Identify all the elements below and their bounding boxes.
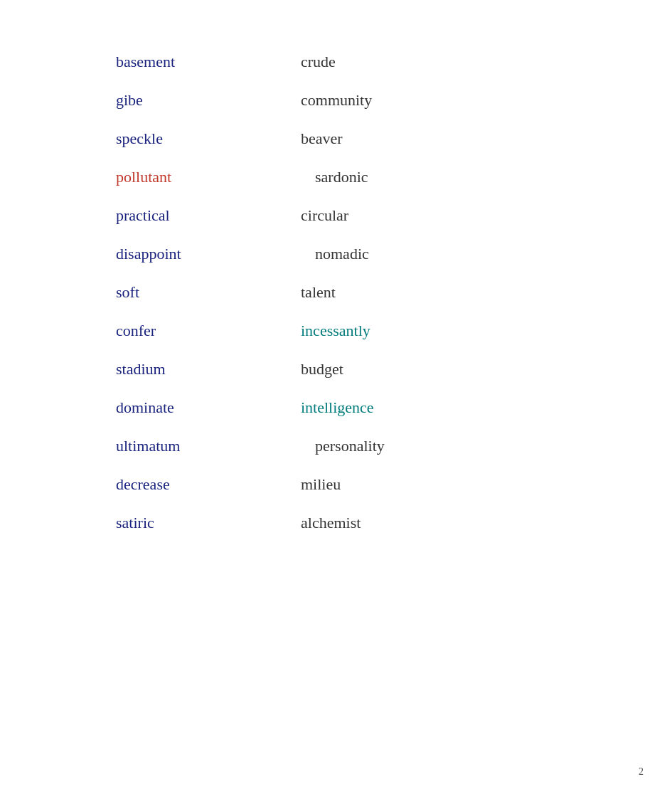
word-left-5: disappoint <box>116 245 301 263</box>
word-left-11: decrease <box>116 475 301 494</box>
word-right-5: nomadic <box>301 245 369 263</box>
word-right-4: circular <box>301 206 348 225</box>
word-left-2: speckle <box>116 129 301 148</box>
word-left-7: confer <box>116 322 301 340</box>
word-row: stadiumbudget <box>116 350 672 388</box>
word-right-1: community <box>301 91 372 110</box>
word-right-3: sardonic <box>301 168 368 186</box>
word-row: conferincessantly <box>116 312 672 350</box>
word-left-3: pollutant <box>116 168 301 186</box>
word-row: pollutantsardonic <box>116 158 672 196</box>
word-right-0: crude <box>301 53 336 71</box>
word-right-10: personality <box>301 437 385 455</box>
word-right-8: budget <box>301 360 343 379</box>
word-row: softtalent <box>116 273 672 312</box>
word-right-11: milieu <box>301 475 341 494</box>
word-left-9: dominate <box>116 398 301 417</box>
word-row: gibecommunity <box>116 81 672 120</box>
word-left-8: stadium <box>116 360 301 379</box>
word-row: practicalcircular <box>116 196 672 235</box>
word-left-6: soft <box>116 283 301 302</box>
word-right-9: intelligence <box>301 398 374 417</box>
word-left-0: basement <box>116 53 301 71</box>
word-right-7: incessantly <box>301 322 370 340</box>
page: basementcrudegibecommunityspecklebeaverp… <box>0 0 672 799</box>
page-number: 2 <box>639 766 644 778</box>
word-row: dominateintelligence <box>116 388 672 427</box>
word-row: ultimatumpersonality <box>116 427 672 465</box>
word-row: satiricalchemist <box>116 504 672 542</box>
word-list: basementcrudegibecommunityspecklebeaverp… <box>0 43 672 542</box>
word-row: specklebeaver <box>116 120 672 158</box>
word-right-2: beaver <box>301 129 343 148</box>
word-row: disappointnomadic <box>116 235 672 273</box>
word-left-4: practical <box>116 206 301 225</box>
word-right-12: alchemist <box>301 514 361 532</box>
word-left-12: satiric <box>116 514 301 532</box>
word-row: decreasemilieu <box>116 465 672 504</box>
word-left-1: gibe <box>116 91 301 110</box>
word-row: basementcrude <box>116 43 672 81</box>
word-left-10: ultimatum <box>116 437 301 455</box>
word-right-6: talent <box>301 283 336 302</box>
